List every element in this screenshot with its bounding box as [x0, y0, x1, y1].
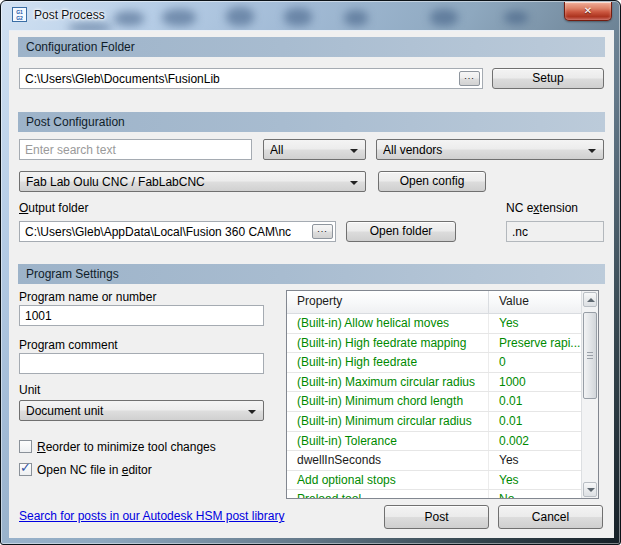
- scrollbar-thumb[interactable]: [583, 312, 597, 399]
- unit-dropdown[interactable]: Document unit: [19, 400, 264, 421]
- app-icon: G1 G2: [12, 7, 27, 22]
- open-folder-button[interactable]: Open folder: [346, 221, 456, 242]
- property-row[interactable]: (Built-in) Tolerance0.002: [287, 432, 581, 452]
- property-row[interactable]: Preload toolNo: [287, 490, 581, 498]
- property-value[interactable]: 0: [489, 353, 581, 372]
- property-value[interactable]: Preserve rapi...: [489, 334, 581, 353]
- unit-value: Document unit: [26, 404, 243, 418]
- property-name[interactable]: (Built-in) High feedrate: [287, 353, 489, 372]
- property-row[interactable]: (Built-in) Minimum circular radius0.01: [287, 412, 581, 432]
- program-name-field: [19, 305, 264, 326]
- property-name[interactable]: (Built-in) Minimum chord length: [287, 392, 489, 411]
- property-column-header[interactable]: Property: [287, 291, 489, 313]
- search-input[interactable]: [20, 140, 251, 159]
- arrow-up-icon: [587, 298, 595, 302]
- property-value[interactable]: 0.01: [489, 392, 581, 411]
- property-row[interactable]: dwellInSecondsYes: [287, 451, 581, 471]
- property-name[interactable]: Add optional stops: [287, 471, 489, 490]
- scroll-down-button[interactable]: [583, 482, 597, 497]
- program-name-label: Program name or number: [19, 290, 156, 304]
- window-title: Post Process: [34, 8, 105, 22]
- properties-table-header: Property Value: [287, 291, 581, 314]
- post-config-value: Fab Lab Oulu CNC / FabLabCNC: [26, 175, 345, 189]
- arrow-down-icon: [587, 488, 595, 492]
- property-name[interactable]: Preload tool: [287, 490, 489, 498]
- dialog-content: Configuration Folder C:\Users\Gleb\Docum…: [9, 30, 614, 538]
- browse-output-folder-button[interactable]: ...: [312, 224, 333, 239]
- post-button[interactable]: Post: [384, 505, 489, 529]
- app-icon-text: G2: [13, 15, 26, 21]
- property-row[interactable]: (Built-in) High feedrate mappingPreserve…: [287, 334, 581, 354]
- post-library-link[interactable]: Search for posts in our Autodesk HSM pos…: [19, 509, 284, 523]
- aero-blur-artifact: [430, 9, 458, 26]
- unit-label: Unit: [19, 383, 40, 397]
- program-comment-label: Program comment: [19, 338, 118, 352]
- configuration-folder-path: C:\Users\Gleb\Documents\FusionLib: [25, 72, 220, 86]
- property-name[interactable]: (Built-in) High feedrate mapping: [287, 334, 489, 353]
- cancel-button[interactable]: Cancel: [498, 505, 603, 529]
- close-icon: ✕: [584, 5, 592, 16]
- post-process-dialog: G1 G2 Post Process ✕ Configuration Folde…: [0, 0, 621, 545]
- close-button[interactable]: ✕: [564, 2, 612, 21]
- program-comment-input[interactable]: [20, 354, 263, 373]
- program-name-input[interactable]: [20, 306, 263, 325]
- post-config-dropdown[interactable]: Fab Lab Oulu CNC / FabLabCNC: [19, 171, 366, 192]
- reorder-checkbox[interactable]: ✓: [19, 440, 32, 453]
- section-header-configuration-folder: Configuration Folder: [18, 37, 605, 57]
- open-nc-checkbox[interactable]: ✓: [19, 463, 32, 476]
- section-header-post-configuration: Post Configuration: [18, 112, 605, 132]
- browse-folder-button[interactable]: ...: [459, 71, 480, 86]
- open-config-button[interactable]: Open config: [378, 171, 486, 192]
- vendor-filter-value: All vendors: [383, 143, 583, 157]
- property-row[interactable]: (Built-in) Maximum circular radius1000: [287, 373, 581, 393]
- output-folder-label: Output folder: [19, 201, 88, 215]
- chevron-down-icon: [350, 149, 358, 153]
- property-name[interactable]: (Built-in) Allow helical moves: [287, 314, 489, 333]
- aero-blur-artifact: [68, 23, 112, 30]
- chevron-down-icon: [588, 149, 596, 153]
- property-name[interactable]: dwellInSeconds: [287, 451, 489, 470]
- aero-blur-artifact: [226, 7, 254, 26]
- properties-scrollbar[interactable]: [581, 291, 598, 498]
- property-value[interactable]: 0.002: [489, 432, 581, 451]
- chevron-down-icon: [350, 181, 358, 185]
- properties-table: Property Value (Built-in) Allow helical …: [286, 290, 599, 499]
- aero-blur-artifact: [344, 10, 368, 26]
- search-field: [19, 139, 252, 160]
- nc-extension-label: NC extension: [506, 201, 578, 215]
- property-value[interactable]: Yes: [489, 451, 581, 470]
- reorder-checkbox-label[interactable]: Reorder to minimize tool changes: [37, 440, 216, 454]
- property-value[interactable]: Yes: [489, 471, 581, 490]
- scrollbar-grip-icon: [587, 352, 593, 359]
- nc-extension-field[interactable]: .nc: [506, 221, 604, 242]
- property-row[interactable]: (Built-in) Minimum chord length0.01: [287, 392, 581, 412]
- property-row[interactable]: (Built-in) High feedrate0: [287, 353, 581, 373]
- setup-button[interactable]: Setup: [492, 68, 604, 89]
- section-header-program-settings: Program Settings: [18, 264, 605, 284]
- check-icon: ✓: [20, 460, 31, 475]
- title-bar[interactable]: G1 G2 Post Process: [2, 2, 619, 30]
- property-value[interactable]: 1000: [489, 373, 581, 392]
- vendor-filter-dropdown[interactable]: All vendors: [376, 139, 604, 160]
- aero-blur-artifact: [162, 9, 196, 26]
- aero-blur-artifact: [504, 11, 528, 24]
- output-folder-input[interactable]: C:\Users\Gleb\AppData\Local\Fusion 360 C…: [19, 221, 336, 242]
- output-folder-path: C:\Users\Gleb\AppData\Local\Fusion 360 C…: [25, 225, 291, 239]
- property-name[interactable]: (Built-in) Minimum circular radius: [287, 412, 489, 431]
- property-name[interactable]: (Built-in) Tolerance: [287, 432, 489, 451]
- configuration-folder-input[interactable]: C:\Users\Gleb\Documents\FusionLib ...: [19, 68, 483, 89]
- property-value[interactable]: 0.01: [489, 412, 581, 431]
- aero-blur-artifact: [284, 8, 312, 26]
- property-row[interactable]: (Built-in) Allow helical movesYes: [287, 314, 581, 334]
- chevron-down-icon: [248, 410, 256, 414]
- open-nc-checkbox-label[interactable]: Open NC file in editor: [37, 463, 152, 477]
- program-comment-field: [19, 353, 264, 374]
- property-value[interactable]: No: [489, 490, 581, 498]
- property-name[interactable]: (Built-in) Maximum circular radius: [287, 373, 489, 392]
- type-filter-dropdown[interactable]: All: [263, 139, 366, 160]
- type-filter-value: All: [270, 143, 345, 157]
- property-value[interactable]: Yes: [489, 314, 581, 333]
- value-column-header[interactable]: Value: [489, 291, 581, 313]
- property-row[interactable]: Add optional stopsYes: [287, 471, 581, 491]
- scroll-up-button[interactable]: [583, 292, 597, 307]
